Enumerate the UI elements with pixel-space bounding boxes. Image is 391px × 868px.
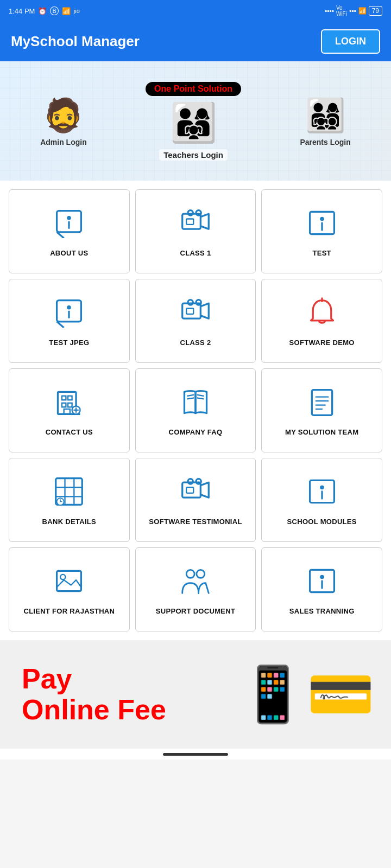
grid-item-class-2[interactable]: CLASS 2 [135, 279, 256, 363]
bank-details-icon [54, 476, 84, 511]
grid-item-bank-details[interactable]: BANK DETAILS [9, 458, 130, 542]
svg-point-58 [320, 486, 324, 489]
school-modules-icon [307, 476, 337, 511]
admin-label: Admin Login [40, 138, 87, 146]
grid-item-class-1[interactable]: CLASS 1 [135, 189, 256, 273]
client-rajasthan-label: CLIENT FOR RAJASTHAN [23, 607, 115, 615]
parents-label: Parents Login [300, 138, 350, 146]
svg-point-15 [67, 305, 71, 309]
svg-line-14 [57, 322, 64, 328]
grid-item-my-solution-team[interactable]: MY SOLUTION TEAM [261, 368, 382, 452]
sales-tranning-icon [307, 566, 337, 601]
svg-rect-9 [186, 219, 193, 225]
app-title: MySchool Manager [11, 33, 140, 50]
grid-item-sales-tranning[interactable]: SALES TRANNING [261, 547, 382, 631]
wifi-bars: ▪▪▪ [349, 7, 356, 15]
svg-point-61 [60, 575, 65, 579]
test-jpeg-label: TEST JPEG [49, 339, 89, 347]
grid-item-company-faq[interactable]: COMPANY FAQ [135, 368, 256, 452]
software-testimonial-icon [180, 476, 211, 511]
company-faq-label: COMPANY FAQ [169, 428, 223, 436]
battery-display: 79 [369, 6, 382, 16]
grid-item-test-jpeg[interactable]: TEST JPEG [9, 279, 130, 363]
svg-rect-22 [186, 309, 193, 314]
network-bars: ▪▪▪▪ [325, 7, 334, 15]
tagline-badge: One Point Solution [146, 82, 241, 96]
software-testimonial-label: SOFTWARE TESTIMONIAL [149, 518, 242, 526]
admin-icon: 🧔 [43, 96, 84, 135]
school-modules-label: SCHOOL MODULES [287, 518, 357, 526]
svg-rect-38 [312, 390, 332, 416]
banner-content: 🧔 Admin Login One Point Solution 👨‍👩‍👧 T… [0, 82, 391, 161]
test-jpeg-icon [54, 297, 84, 332]
svg-point-63 [197, 570, 205, 578]
class-1-label: CLASS 1 [180, 249, 211, 257]
grid-item-support-document[interactable]: SUPPORT DOCUMENT [135, 547, 256, 631]
sales-tranning-label: SALES TRANNING [289, 607, 355, 615]
jio-label: jio [74, 8, 80, 14]
vo-wifi-label: VoWiFi [336, 5, 347, 17]
svg-line-37 [198, 398, 204, 399]
grid-item-client-rajasthan[interactable]: CLIENT FOR RAJASTHAN [9, 547, 130, 631]
phone-graphic: 📱💳 [239, 662, 375, 726]
nav-indicator [0, 749, 391, 760]
svg-rect-28 [62, 403, 66, 407]
hero-banner: 🧔 Admin Login One Point Solution 👨‍👩‍👧 T… [0, 61, 391, 181]
teacher-icon: 👨‍👩‍👧 [170, 100, 217, 145]
svg-line-36 [198, 395, 204, 396]
class-1-icon [180, 208, 211, 242]
status-bar: 1:44 PM ⏰ B 📶 jio ▪▪▪▪ VoWiFi ▪▪▪ 📶 79 [0, 0, 391, 22]
signal-icon: 📶 [62, 7, 71, 15]
login-button[interactable]: LOGIN [321, 29, 380, 54]
grid-item-contact-us[interactable]: CONTACT US [9, 368, 130, 452]
support-document-label: SUPPORT DOCUMENT [156, 607, 235, 615]
test-label: TEST [312, 249, 331, 257]
admin-login-section[interactable]: 🧔 Admin Login [40, 96, 87, 146]
wifi-icon: 📶 [358, 7, 367, 15]
svg-rect-29 [68, 403, 72, 407]
company-faq-icon [180, 387, 211, 422]
teacher-label: Teachers Login [159, 149, 228, 161]
grid-item-test[interactable]: TEST [261, 189, 382, 273]
svg-point-65 [320, 575, 324, 579]
main-grid: ABOUT US CLASS 1 TEST TEST JPEG CLASS [0, 181, 391, 640]
svg-point-62 [186, 570, 194, 578]
svg-point-11 [320, 217, 324, 221]
svg-rect-56 [186, 488, 193, 493]
my-solution-team-label: MY SOLUTION TEAM [285, 428, 358, 436]
contact-us-icon [54, 387, 84, 422]
app-bar: MySchool Manager LOGIN [0, 22, 391, 61]
grid-item-software-demo[interactable]: SOFTWARE DEMO [261, 279, 382, 363]
software-demo-label: SOFTWARE DEMO [289, 339, 355, 347]
support-document-icon [180, 566, 211, 601]
svg-line-34 [187, 395, 193, 396]
parents-login-section[interactable]: 👨‍👩‍👧‍👦 Parents Login [300, 96, 350, 146]
about-us-label: ABOUT US [50, 249, 88, 257]
status-right: ▪▪▪▪ VoWiFi ▪▪▪ 📶 79 [325, 5, 382, 17]
pay-text: Pay Online Fee [22, 663, 166, 725]
bank-details-label: BANK DETAILS [42, 518, 96, 526]
svg-line-1 [57, 232, 64, 238]
nav-pill [163, 753, 228, 756]
svg-line-35 [187, 398, 193, 399]
class-2-label: CLASS 2 [180, 339, 211, 347]
bottom-banner: Pay Online Fee 📱💳 [0, 640, 391, 749]
software-demo-icon [307, 297, 337, 332]
contact-us-label: CONTACT US [46, 428, 93, 436]
class-2-icon [180, 297, 211, 332]
grid-item-about-us[interactable]: ABOUT US [9, 189, 130, 273]
banner-center: One Point Solution 👨‍👩‍👧 Teachers Login [146, 82, 241, 161]
test-icon [307, 208, 337, 242]
svg-point-2 [67, 216, 71, 220]
client-rajasthan-icon [54, 566, 84, 601]
grid-item-software-testimonial[interactable]: SOFTWARE TESTIMONIAL [135, 458, 256, 542]
parents-icon: 👨‍👩‍👧‍👦 [305, 96, 346, 135]
status-left: 1:44 PM ⏰ B 📶 jio [9, 7, 80, 15]
time-display: 1:44 PM [9, 7, 35, 15]
my-solution-team-icon [307, 387, 337, 422]
svg-rect-27 [68, 396, 72, 400]
grid-item-school-modules[interactable]: SCHOOL MODULES [261, 458, 382, 542]
svg-rect-26 [62, 396, 66, 400]
about-us-icon [54, 208, 84, 242]
b-icon: B [50, 7, 58, 15]
